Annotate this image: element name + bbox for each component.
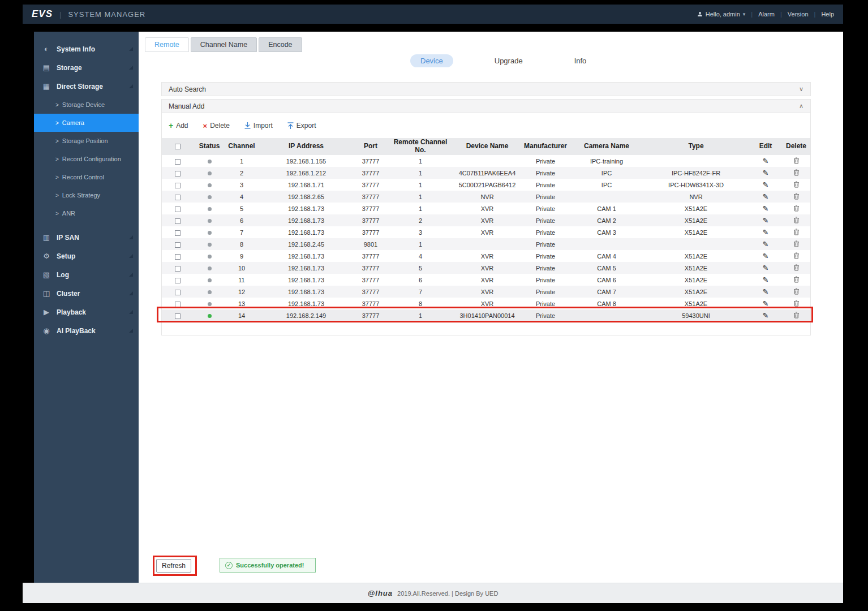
tab-channel-name[interactable]: Channel Name [191, 37, 257, 52]
sidebar-subitem-lock-strategy[interactable]: >Lock Strategy [34, 186, 139, 204]
row-checkbox[interactable] [175, 195, 181, 200]
edit-button[interactable]: ✎ [763, 311, 769, 320]
user-menu[interactable]: Hello, admin ▾ [697, 11, 746, 18]
table-row[interactable]: 3192.168.1.713777715C00D21PAGB6412Privat… [162, 179, 810, 191]
row-checkbox[interactable] [175, 218, 181, 224]
delete-button[interactable] [793, 276, 800, 284]
table-row[interactable]: 14192.168.2.1493777713H01410PAN00014Priv… [162, 309, 810, 321]
toolbar-delete-button[interactable]: ×Delete [203, 122, 230, 130]
sidebar-subitem-record-control[interactable]: >Record Control [34, 168, 139, 186]
delete-button[interactable] [793, 169, 800, 177]
toolbar-add-button[interactable]: +Add [169, 121, 188, 130]
subtab-upgrade[interactable]: Upgrade [484, 54, 533, 67]
table-row[interactable]: 5192.168.1.73377771XVRPrivateCAM 1X51A2E… [162, 203, 810, 214]
table-row[interactable]: 11192.168.1.73377776XVRPrivateCAM 6X51A2… [162, 274, 810, 286]
sidebar-item-storage[interactable]: ▤Storage [34, 58, 139, 77]
row-checkbox[interactable] [175, 159, 181, 165]
delete-button[interactable] [793, 193, 800, 201]
edit-button[interactable]: ✎ [763, 299, 769, 308]
row-checkbox[interactable] [175, 183, 181, 188]
edit-button[interactable]: ✎ [763, 287, 769, 296]
sidebar-item-ai-playback[interactable]: ◉AI PlayBack [34, 321, 139, 340]
cell-channel: 7 [225, 226, 258, 238]
delete-button[interactable] [793, 157, 800, 165]
table-row[interactable]: 12192.168.1.73377777XVRPrivateCAM 7X51A2… [162, 286, 810, 298]
header-link-help[interactable]: Help [821, 11, 834, 18]
table-row[interactable]: 2192.168.1.2123777714C07B11PAK6EEA4Priva… [162, 167, 810, 179]
cell-manufacturer: Private [521, 155, 570, 167]
subtab-device[interactable]: Device [410, 54, 453, 67]
table-row[interactable]: 8192.168.2.4598011Private✎ [162, 238, 810, 250]
table-row[interactable]: 1192.168.1.155377771PrivateIPC-training✎ [162, 155, 810, 167]
select-all-checkbox[interactable] [175, 144, 181, 149]
toolbar-export-button[interactable]: Export [287, 122, 316, 130]
tab-remote[interactable]: Remote [145, 37, 189, 52]
sidebar-subitem-anr[interactable]: >ANR [34, 204, 139, 222]
delete-button[interactable] [793, 288, 800, 296]
sidebar-subitem-camera[interactable]: >Camera [34, 114, 139, 132]
delete-button[interactable] [793, 240, 800, 248]
row-checkbox[interactable] [175, 313, 181, 319]
table-row[interactable]: 13192.168.1.73377778XVRPrivateCAM 8X51A2… [162, 298, 810, 309]
cell-ip-address: 192.168.1.73 [258, 262, 354, 274]
toolbar-import-button[interactable]: Import [244, 122, 273, 130]
edit-button[interactable]: ✎ [763, 228, 769, 236]
cell-status [194, 286, 225, 298]
delete-button[interactable] [793, 205, 800, 213]
manual-add-panel[interactable]: Manual Add ∧ [161, 99, 811, 113]
table-row[interactable]: 9192.168.1.73377774XVRPrivateCAM 4X51A2E… [162, 250, 810, 262]
row-checkbox[interactable] [175, 302, 181, 307]
spacer [34, 222, 139, 228]
cell-delete [782, 179, 810, 191]
header-link-alarm[interactable]: Alarm [758, 11, 775, 18]
row-checkbox[interactable] [175, 290, 181, 295]
edit-button[interactable]: ✎ [763, 252, 769, 260]
sidebar-item-playback[interactable]: ▶Playback [34, 303, 139, 321]
sidebar-subitem-storage-device[interactable]: >Storage Device [34, 96, 139, 114]
sidebar-item-system-info[interactable]: ◐System Info [34, 40, 139, 58]
row-checkbox[interactable] [175, 278, 181, 283]
delete-button[interactable] [793, 312, 800, 320]
delete-button[interactable] [793, 217, 800, 225]
row-checkbox[interactable] [175, 230, 181, 236]
delete-button[interactable] [793, 181, 800, 189]
delete-button[interactable] [793, 229, 800, 236]
chevron-down-icon[interactable]: ∨ [799, 85, 803, 93]
divider: | [814, 11, 816, 18]
row-checkbox[interactable] [175, 206, 181, 212]
edit-button[interactable]: ✎ [763, 264, 769, 272]
edit-button[interactable]: ✎ [763, 216, 769, 225]
sidebar-item-cluster[interactable]: ◫Cluster [34, 284, 139, 303]
edit-button[interactable]: ✎ [763, 276, 769, 284]
sidebar-item-ip-san[interactable]: ▥IP SAN [34, 228, 139, 247]
row-checkbox[interactable] [175, 171, 181, 177]
table-row[interactable]: 4192.168.2.65377771NVRPrivateNVR✎ [162, 191, 810, 203]
sidebar-subitem-storage-position[interactable]: >Storage Position [34, 132, 139, 150]
delete-button[interactable] [793, 264, 800, 272]
sidebar-item-setup[interactable]: ⚙Setup [34, 247, 139, 265]
row-checkbox[interactable] [175, 254, 181, 260]
table-row[interactable]: 6192.168.1.73377772XVRPrivateCAM 2X51A2E… [162, 214, 810, 226]
subtab-info[interactable]: Info [564, 54, 597, 67]
header-link-version[interactable]: Version [788, 11, 809, 18]
cell-type [643, 155, 749, 167]
edit-button[interactable]: ✎ [763, 240, 769, 248]
tab-encode[interactable]: Encode [259, 37, 302, 52]
sidebar-item-log[interactable]: ▧Log [34, 265, 139, 284]
edit-button[interactable]: ✎ [763, 204, 769, 213]
refresh-button[interactable]: Refresh [156, 559, 191, 573]
edit-button[interactable]: ✎ [763, 192, 769, 201]
table-row[interactable]: 7192.168.1.73377773XVRPrivateCAM 3X51A2E… [162, 226, 810, 238]
edit-button[interactable]: ✎ [763, 157, 769, 165]
edit-button[interactable]: ✎ [763, 169, 769, 177]
edit-button[interactable]: ✎ [763, 180, 769, 189]
row-checkbox[interactable] [175, 242, 181, 248]
sidebar-item-direct-storage[interactable]: ▦Direct Storage [34, 77, 139, 96]
table-row[interactable]: 10192.168.1.73377775XVRPrivateCAM 5X51A2… [162, 262, 810, 274]
auto-search-panel[interactable]: Auto Search ∨ [161, 82, 811, 96]
row-checkbox[interactable] [175, 266, 181, 272]
delete-button[interactable] [793, 300, 800, 308]
chevron-up-icon[interactable]: ∧ [799, 102, 803, 110]
sidebar-subitem-record-configuration[interactable]: >Record Configuration [34, 150, 139, 168]
delete-button[interactable] [793, 252, 800, 260]
